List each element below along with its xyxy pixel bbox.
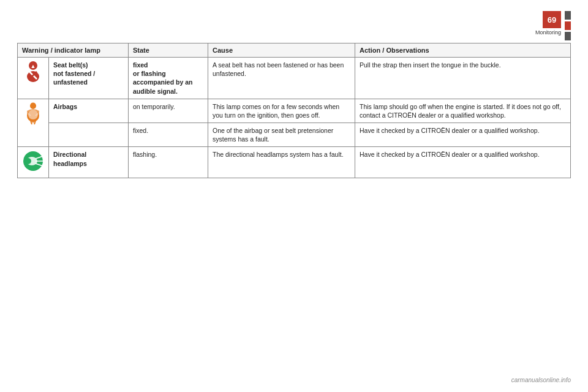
airbag-cause-2-text: One of the airbag or seat belt pretensio… — [213, 127, 333, 143]
airbag-label: Airbags — [49, 99, 129, 123]
airbag-label-text: Airbags — [53, 103, 77, 110]
airbag-cause-2: One of the airbag or seat belt pretensio… — [208, 123, 355, 147]
svg-point-13 — [28, 110, 38, 119]
headlamp-action-text: Have it checked by a CITROËN dealer or a… — [360, 151, 540, 158]
headlamp-cause: The directional headlamps system has a f… — [208, 147, 355, 178]
col-header-cause: Cause — [208, 43, 355, 58]
seatbelt-action-text: Pull the strap then insert the tongue in… — [360, 61, 501, 69]
svg-point-12 — [31, 102, 36, 108]
table-row: Airbags on temporarily. This lamp comes … — [18, 99, 571, 123]
table-row: Directionalheadlamps flashing. The direc… — [18, 147, 571, 178]
headlamp-state-text: flashing. — [133, 151, 157, 158]
col-header-state: State — [129, 43, 208, 58]
seatbelt-state-text: fixedor flashingaccompanied by anaudible… — [133, 61, 192, 95]
airbag-state-1: on temporarily. — [129, 99, 208, 123]
airbag-cause-1-text: This lamp comes on for a few seconds whe… — [213, 103, 339, 119]
page-number: 69 — [543, 11, 561, 28]
airbag-icon-cell — [18, 99, 49, 147]
headlamp-action: Have it checked by a CITROËN dealer or a… — [355, 147, 571, 178]
seatbelt-icon-cell: ▲ — [18, 58, 49, 99]
col-header-lamp: Warning / indicator lamp — [18, 43, 129, 58]
headlamp-cause-text: The directional headlamps system has a f… — [213, 151, 344, 158]
airbag-label-2 — [49, 123, 129, 147]
seatbelt-label: Seat belt(s)not fastened /unfastened — [49, 58, 129, 99]
table-header-row: Warning / indicator lamp State Cause Act… — [18, 43, 571, 58]
main-content: Warning / indicator lamp State Cause Act… — [17, 43, 571, 178]
airbag-state-2-text: fixed. — [133, 127, 148, 134]
headlamp-icon-cell — [18, 147, 49, 178]
svg-text:▲: ▲ — [31, 63, 36, 69]
seatbelt-icon: ▲ — [22, 61, 44, 83]
airbag-state-1-text: on temporarily. — [133, 103, 175, 110]
seatbelt-cause: A seat belt has not been fastened or has… — [208, 58, 355, 99]
airbag-action-2-text: Have it checked by a CITROËN dealer or a… — [360, 127, 540, 134]
bottom-logo: carmanualsonline.info — [511, 377, 571, 383]
col-header-action: Action / Observations — [355, 43, 571, 58]
airbag-action-1: This lamp should go off when the engine … — [355, 99, 571, 123]
chapter-label: Monitoring — [535, 29, 561, 36]
page-header: 69 Monitoring — [535, 11, 571, 40]
table-row: ▲ Seat belt(s)not fastened /unfastened f… — [18, 58, 571, 99]
side-mark-2 — [565, 21, 571, 30]
svg-point-1 — [27, 71, 39, 82]
table-row: fixed. One of the airbag or seat belt pr… — [18, 123, 571, 147]
headlamp-label: Directionalheadlamps — [49, 147, 129, 178]
side-mark-3 — [565, 32, 571, 40]
seatbelt-action: Pull the strap then insert the tongue in… — [355, 58, 571, 99]
seatbelt-cause-text: A seat belt has not been fastened or has… — [213, 61, 344, 77]
headlamp-state: flashing. — [129, 147, 208, 178]
seatbelt-state: fixedor flashingaccompanied by anaudible… — [129, 58, 208, 99]
headlamp-icon — [22, 150, 44, 172]
airbag-cause-1: This lamp comes on for a few seconds whe… — [208, 99, 355, 123]
side-marks — [565, 11, 571, 40]
side-mark-1 — [565, 11, 571, 20]
airbag-icon — [22, 102, 44, 126]
page-chapter: 69 Monitoring — [535, 11, 561, 36]
svg-point-16 — [25, 158, 31, 164]
headlamp-label-text: Directionalheadlamps — [53, 151, 87, 167]
airbag-action-1-text: This lamp should go off when the engine … — [360, 103, 561, 119]
airbag-state-2: fixed. — [129, 123, 208, 147]
seatbelt-label-text: Seat belt(s)not fastened /unfastened — [53, 61, 95, 86]
warning-table: Warning / indicator lamp State Cause Act… — [17, 43, 571, 178]
airbag-action-2: Have it checked by a CITROËN dealer or a… — [355, 123, 571, 147]
